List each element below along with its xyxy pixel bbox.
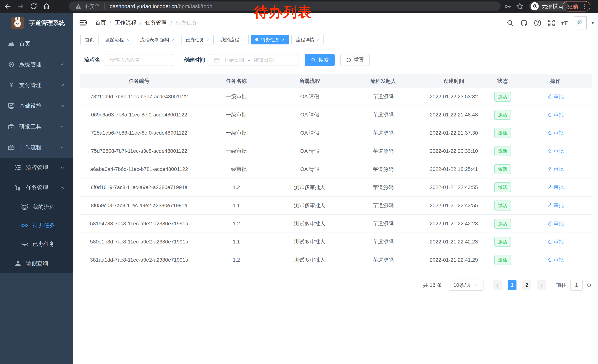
page-button-1[interactable]: 1	[507, 280, 516, 290]
fullscreen-icon[interactable]	[548, 19, 555, 27]
page-size-value: 10条/页	[454, 282, 471, 289]
tab-process-detail[interactable]: 流程详情 ×	[291, 35, 324, 44]
sidebar-item-workflow[interactable]: 工作流程	[0, 137, 73, 158]
sidebar-item-home[interactable]: 首页	[0, 33, 73, 54]
status-badge: 激活	[494, 92, 511, 102]
browser-menu-icon[interactable]: ⋮	[582, 3, 587, 10]
date-range-picker[interactable]: 开始日期 - 结束日期	[210, 54, 299, 66]
back-icon[interactable]	[4, 2, 11, 10]
approve-link[interactable]: 审批	[547, 238, 564, 245]
breadcrumb-separator: /	[110, 20, 111, 26]
face-icon	[21, 203, 28, 210]
sidebar-item-process-management[interactable]: 流程管理	[0, 158, 73, 178]
cell-process: 测试多审批人	[274, 238, 345, 245]
search-button[interactable]: 搜索	[305, 54, 335, 66]
sidebar-item-payment[interactable]: ¥ 支付管理	[0, 75, 73, 96]
approve-link[interactable]: 审批	[547, 256, 564, 263]
page-button-2[interactable]: 2	[523, 280, 531, 290]
approve-link[interactable]: 审批	[547, 166, 564, 172]
chevron-down-icon	[60, 62, 65, 67]
github-icon[interactable]	[520, 19, 528, 27]
cell-actions: 审批	[519, 184, 592, 191]
approve-link[interactable]: 审批	[547, 129, 564, 136]
sidebar-item-dev-tools[interactable]: 研发工具	[0, 116, 73, 137]
tab-home[interactable]: 首页	[80, 35, 99, 44]
approve-link[interactable]: 审批	[547, 202, 564, 209]
close-icon[interactable]: ×	[282, 37, 284, 42]
tab-label: 待办任务	[261, 37, 279, 43]
font-size-icon[interactable]: TT	[561, 19, 568, 27]
table-row: 58154733-7ac8-11ec-a9e2-a2380e71991a 1.2…	[80, 215, 592, 233]
breadcrumb-task-management[interactable]: 任务管理	[145, 19, 167, 26]
chevron-down-icon	[60, 83, 65, 88]
forward-icon[interactable]	[17, 2, 25, 10]
cell-actions: 审批	[519, 238, 592, 245]
sidebar-item-done-tasks[interactable]: 已办任务	[0, 235, 73, 253]
cell-status: 激活	[486, 219, 519, 229]
cell-process: 测试多审批人	[274, 202, 345, 209]
help-icon[interactable]	[534, 19, 541, 27]
sidebar-item-leave-query[interactable]: 请假查询	[0, 253, 73, 273]
sidebar-logo[interactable]: 芋道管理系统	[0, 13, 73, 33]
goto-unit: 页	[587, 282, 592, 289]
password-key-icon[interactable]	[504, 3, 511, 10]
bookmark-star-icon[interactable]	[516, 3, 523, 10]
table-row: 73211d9d-7b9b-11ec-b5b7-acde48001122 一级审…	[80, 88, 592, 106]
chevron-down-icon	[60, 103, 65, 108]
app-title: 芋道管理系统	[29, 19, 65, 27]
table-row: 75d72608-7b7f-11ec-a3c8-acde48001122 一级审…	[80, 142, 592, 160]
avatar[interactable]	[574, 16, 587, 29]
sidebar-item-todo-tasks[interactable]: 待办任务	[0, 216, 73, 235]
sidebar-item-system[interactable]: 系统管理	[0, 54, 73, 75]
cell-create-time: 2022-01-21 22:43:55	[421, 202, 486, 209]
close-icon[interactable]: ×	[126, 37, 129, 42]
cell-starter: 芋道源码	[345, 166, 422, 173]
close-icon[interactable]: ×	[207, 37, 209, 42]
prev-page-button[interactable]: ‹	[493, 280, 502, 290]
approve-link[interactable]: 审批	[547, 111, 564, 118]
approve-label: 审批	[554, 111, 564, 118]
breadcrumb-workflow[interactable]: 工作流程	[115, 19, 136, 26]
col-header-task-name: 任务名称	[198, 78, 274, 85]
table-row: 580e1b3d-7ac8-11ec-a9e2-a2380e71991a 1.1…	[80, 233, 592, 251]
browser-update-button[interactable]: 更新 ⋮	[562, 1, 590, 11]
sidebar-collapse-icon[interactable]	[79, 18, 87, 27]
close-icon[interactable]: ×	[172, 37, 174, 42]
search-icon[interactable]	[506, 19, 514, 27]
next-page-button[interactable]: ›	[537, 280, 546, 290]
tab-todo-tasks[interactable]: 待办任务 ×	[251, 35, 289, 44]
page-size-select[interactable]: 10条/页	[449, 280, 484, 291]
close-icon[interactable]: ×	[241, 37, 244, 42]
cell-starter: 芋道源码	[345, 111, 422, 118]
close-icon[interactable]: ×	[317, 37, 319, 42]
gear-icon	[8, 61, 15, 68]
approve-link[interactable]: 审批	[547, 184, 564, 191]
tab-process-form-edit[interactable]: 流程表单-编辑 ×	[136, 35, 179, 44]
cell-actions: 审批	[519, 93, 592, 100]
cell-actions: 审批	[519, 166, 592, 173]
sidebar-item-task-management[interactable]: 任务管理	[0, 178, 73, 198]
goto-page-input[interactable]	[570, 280, 583, 291]
approve-link[interactable]: 审批	[547, 93, 564, 100]
tab-done-tasks[interactable]: 已办任务 ×	[181, 35, 214, 44]
tab-my-process[interactable]: 我的流程 ×	[216, 35, 249, 44]
tab-start-process[interactable]: 发起流程 ×	[101, 35, 133, 44]
breadcrumb-home[interactable]: 首页	[95, 19, 106, 26]
reset-button[interactable]: 重置	[340, 54, 370, 66]
tab-label: 发起流程	[105, 37, 124, 43]
caret-down-icon[interactable]: ▾	[591, 20, 594, 26]
cell-task-id: 73211d9d-7b9b-11ec-b5b7-acde48001122	[80, 94, 198, 100]
refresh-icon	[346, 57, 351, 63]
sidebar-item-my-process[interactable]: 我的流程	[0, 198, 73, 216]
cell-task-name: 1.2	[198, 221, 274, 226]
process-name-input[interactable]	[105, 54, 173, 66]
cell-create-time: 2022-01-22 23:53:32	[421, 94, 486, 100]
reload-icon[interactable]	[30, 2, 37, 10]
home-icon[interactable]	[43, 2, 50, 10]
approve-link[interactable]: 审批	[547, 147, 564, 154]
cell-process: OA 请假	[274, 166, 345, 173]
approve-label: 审批	[554, 202, 564, 209]
sidebar-item-infrastructure[interactable]: 基础设施	[0, 96, 73, 116]
cell-status: 激活	[486, 146, 519, 156]
approve-link[interactable]: 审批	[547, 220, 564, 227]
